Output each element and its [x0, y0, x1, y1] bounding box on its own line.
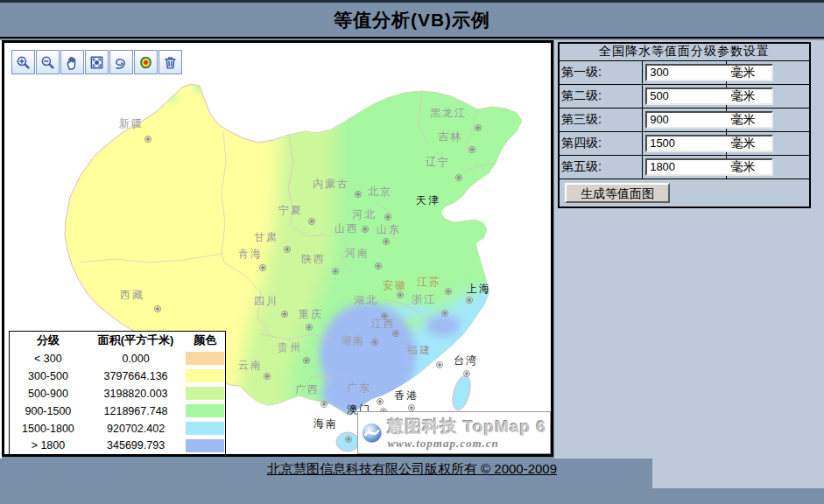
zoom-out-icon	[40, 55, 55, 70]
param-row: 第五级:毫米	[559, 155, 810, 178]
zoom-in-icon	[16, 55, 31, 70]
zoom-out-button[interactable]	[36, 50, 60, 74]
thematic-map-button[interactable]	[134, 50, 158, 74]
footer: 北京慧图信息科技有限公司版权所有 © 2000-2009	[0, 461, 824, 478]
legend-color-swatch	[186, 387, 224, 400]
map-toolbar	[11, 50, 182, 74]
param-label: 第二级:	[559, 84, 643, 108]
hainan-island	[336, 432, 359, 452]
legend-area: 0.000	[87, 350, 185, 368]
pan-button[interactable]	[60, 50, 84, 74]
delete-button[interactable]	[158, 50, 182, 74]
legend-row: 900-15001218967.748	[10, 402, 226, 420]
param-row: 第四级:毫米	[559, 131, 810, 155]
topmap-logo-icon	[362, 415, 382, 452]
param-label: 第四级:	[559, 131, 643, 155]
params-header-row: 全国降水等值面分级参数设置	[559, 43, 810, 60]
legend-area: 345699.793	[87, 438, 185, 455]
taiwan-island	[449, 374, 474, 411]
zoom-in-button[interactable]	[11, 50, 35, 74]
legend-color-swatch	[186, 404, 224, 417]
legend-area: 920702.402	[87, 420, 185, 438]
spiral-icon	[114, 55, 129, 70]
legend-row: > 1800345699.793	[10, 438, 226, 455]
legend-color-swatch	[186, 422, 224, 435]
legend-area: 1218967.748	[87, 402, 185, 420]
params-title: 全国降水等值面分级参数设置	[559, 43, 810, 60]
legend-row: 1500-1800920702.402	[10, 420, 226, 438]
legend-color-swatch	[186, 369, 224, 382]
title-bar: 等值分析(VB)示例	[0, 3, 824, 38]
param-label: 第一级:	[559, 60, 643, 84]
params-table: 全国降水等值面分级参数设置 第一级:毫米第二级:毫米第三级:毫米第四级:毫米第五…	[558, 42, 811, 208]
legend-range: > 1800	[10, 438, 87, 455]
full-extent-icon	[89, 55, 104, 70]
generate-isosurface-button[interactable]: 生成等值面图	[565, 183, 670, 203]
generate-row: 生成等值面图	[559, 178, 810, 207]
full-extent-button[interactable]	[85, 50, 109, 74]
legend-color-swatch	[186, 439, 224, 452]
legend-header-color: 颜色	[185, 332, 225, 350]
legend-range: 500-900	[10, 385, 87, 402]
param-row: 第二级:毫米	[559, 84, 810, 108]
legend-row: 300-5003797664.136	[10, 368, 226, 385]
contour-band-above-1800	[426, 315, 460, 336]
legend-color-swatch	[186, 352, 224, 365]
map-panel: 新疆西藏青海甘肃宁夏内蒙古黑龙江吉林辽宁北京天津河北山西山东河南陕西四川重庆湖北…	[2, 40, 553, 457]
contour-layers-icon	[138, 55, 153, 70]
legend-area: 3198820.003	[87, 385, 185, 402]
watermark-url: www.topmap.com.cn	[387, 437, 546, 451]
legend-header-area: 面积(平方千米)	[87, 332, 185, 350]
legend-range: 900-1500	[10, 402, 87, 420]
watermark-brand: 慧图科技 TopMap 6	[387, 416, 546, 438]
legend-table: 分级 面积(平方千米) 颜色 < 3000.000300-5003797664.…	[9, 331, 226, 455]
topmap-watermark: 慧图科技 TopMap 6 www.topmap.com.cn	[357, 411, 551, 454]
param-label: 第三级:	[559, 108, 643, 131]
param-row: 第三级:毫米	[559, 108, 810, 131]
north-green-patch	[123, 101, 139, 116]
copyright-link[interactable]: 北京慧图信息科技有限公司版权所有 © 2000-2009	[267, 461, 557, 476]
legend-row: 500-9003198820.003	[10, 385, 226, 402]
trash-icon	[163, 55, 178, 70]
legend-header-row: 分级 面积(平方千米) 颜色	[10, 332, 226, 350]
legend-range: 1500-1800	[10, 420, 87, 438]
north-green-patch	[194, 81, 205, 92]
param-row: 第一级:毫米	[559, 60, 810, 84]
param-label: 第五级:	[559, 155, 643, 178]
legend-range: 300-500	[10, 368, 87, 385]
overview-button[interactable]	[109, 50, 133, 74]
pan-hand-icon	[65, 55, 80, 70]
legend-area: 3797664.136	[87, 368, 185, 385]
legend-row: < 3000.000	[10, 350, 226, 368]
legend-header-range: 分级	[10, 332, 87, 350]
page-title: 等值分析(VB)示例	[334, 8, 490, 32]
legend-range: < 300	[10, 350, 87, 368]
contour-band-above-1800	[321, 374, 374, 413]
